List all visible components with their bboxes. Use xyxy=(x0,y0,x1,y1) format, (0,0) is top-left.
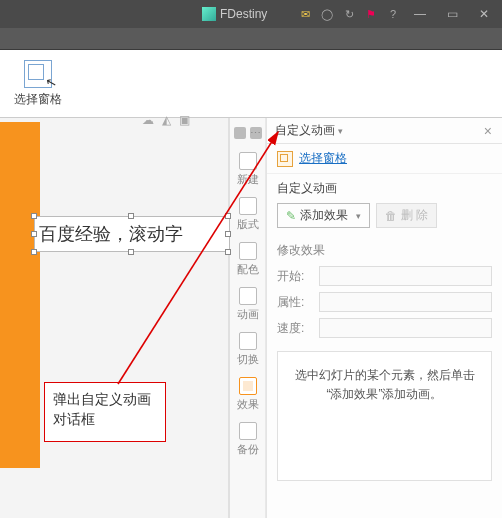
annotation-callout: 弹出自定义动画对话框 xyxy=(44,382,166,442)
resize-handle[interactable] xyxy=(31,231,37,237)
custom-animation-panel: 自定义动画 × 选择窗格 自定义动画 ✎添加效果 🗑删 除 修改效果 开始: 属… xyxy=(266,118,502,518)
close-button[interactable]: ✕ xyxy=(472,3,496,25)
property-label: 属性: xyxy=(277,294,313,311)
effect-icon xyxy=(239,377,257,395)
property-field[interactable] xyxy=(319,292,492,312)
start-label: 开始: xyxy=(277,268,313,285)
side-mini-icon[interactable] xyxy=(234,127,246,139)
slide-text-box[interactable]: 百度经验，滚动字 xyxy=(34,216,230,252)
titlebar: FDestiny ✉ ◯ ↻ ⚑ ? — ▭ ✕ xyxy=(0,0,502,28)
sync-icon[interactable]: ◯ xyxy=(320,7,334,21)
color-icon xyxy=(239,242,257,260)
resize-handle[interactable] xyxy=(31,249,37,255)
add-effect-button[interactable]: ✎添加效果 xyxy=(277,203,370,228)
side-mini-icon[interactable]: ⋯ xyxy=(250,127,262,139)
select-panes-icon: ↖ xyxy=(24,60,52,88)
speed-row: 速度: xyxy=(267,315,502,341)
resize-handle[interactable] xyxy=(128,249,134,255)
backup-icon xyxy=(239,422,257,440)
side-tab-color[interactable]: 配色 xyxy=(230,239,265,280)
minimize-button[interactable]: — xyxy=(408,3,432,25)
ribbon-tab-strip xyxy=(0,28,502,50)
transition-icon xyxy=(239,332,257,350)
refresh-icon[interactable]: ↻ xyxy=(342,7,356,21)
hint-box: 选中幻灯片的某个元素，然后单击“添加效果”添加动画。 xyxy=(277,351,492,481)
square-icon[interactable]: ▣ xyxy=(179,113,190,127)
animation-icon xyxy=(239,287,257,305)
hint-text: 选中幻灯片的某个元素，然后单击“添加效果”添加动画。 xyxy=(295,368,475,401)
trash-icon: 🗑 xyxy=(385,209,397,223)
triangle-icon[interactable]: ◭ xyxy=(162,113,171,127)
canvas-toolbar-icons: ☁ ◭ ▣ xyxy=(142,113,190,127)
speed-field[interactable] xyxy=(319,318,492,338)
panel-title[interactable]: 自定义动画 xyxy=(275,122,343,139)
mail-icon[interactable]: ✉ xyxy=(298,7,312,21)
app-title: FDestiny xyxy=(220,7,267,21)
cloud-icon[interactable]: ☁ xyxy=(142,113,154,127)
main-area: ☁ ◭ ▣ 百度经验，滚动字 弹出自定义动画对话框 ⋯ 新建 版式 配色 动画 … xyxy=(0,118,502,518)
side-tab-layout[interactable]: 版式 xyxy=(230,194,265,235)
resize-handle[interactable] xyxy=(128,213,134,219)
side-tab-effect[interactable]: 效果 xyxy=(230,374,265,415)
side-tab-label: 版式 xyxy=(237,217,259,232)
slide-canvas[interactable]: ☁ ◭ ▣ 百度经验，滚动字 弹出自定义动画对话框 xyxy=(0,118,230,518)
callout-text: 弹出自定义动画对话框 xyxy=(53,391,151,427)
help-icon[interactable]: ? xyxy=(386,7,400,21)
side-tab-label: 备份 xyxy=(237,442,259,457)
side-tab-label: 动画 xyxy=(237,307,259,322)
resize-handle[interactable] xyxy=(31,213,37,219)
side-tab-strip: ⋯ 新建 版式 配色 动画 切换 效果 备份 xyxy=(230,118,266,518)
select-panes-label: 选择窗格 xyxy=(14,91,62,108)
toolbar: ↖ 选择窗格 xyxy=(0,50,502,118)
slide-text: 百度经验，滚动字 xyxy=(39,222,183,246)
side-tab-label: 效果 xyxy=(237,397,259,412)
side-tab-label: 配色 xyxy=(237,262,259,277)
panel-select-panes-row: 选择窗格 xyxy=(267,144,502,174)
panel-close-button[interactable]: × xyxy=(480,121,496,141)
alert-icon[interactable]: ⚑ xyxy=(364,7,378,21)
panel-subtitle: 自定义动画 xyxy=(267,174,502,199)
resize-handle[interactable] xyxy=(225,231,231,237)
orange-shape[interactable] xyxy=(0,122,40,468)
speed-label: 速度: xyxy=(277,320,313,337)
panel-header: 自定义动画 × xyxy=(267,118,502,144)
side-tab-transition[interactable]: 切换 xyxy=(230,329,265,370)
side-tab-label: 新建 xyxy=(237,172,259,187)
side-tab-label: 切换 xyxy=(237,352,259,367)
side-tab-new[interactable]: 新建 xyxy=(230,149,265,190)
property-row: 属性: xyxy=(267,289,502,315)
maximize-button[interactable]: ▭ xyxy=(440,3,464,25)
select-panes-small-icon xyxy=(277,151,293,167)
modify-effect-title: 修改效果 xyxy=(267,236,502,263)
pencil-icon: ✎ xyxy=(286,209,296,223)
start-row: 开始: xyxy=(267,263,502,289)
start-field[interactable] xyxy=(319,266,492,286)
resize-handle[interactable] xyxy=(225,249,231,255)
add-effect-label: 添加效果 xyxy=(300,207,348,224)
app-logo-icon xyxy=(202,7,216,21)
delete-button: 🗑删 除 xyxy=(376,203,437,228)
side-tab-backup[interactable]: 备份 xyxy=(230,419,265,460)
layout-icon xyxy=(239,197,257,215)
side-tab-animation[interactable]: 动画 xyxy=(230,284,265,325)
select-panes-link[interactable]: 选择窗格 xyxy=(299,150,347,167)
resize-handle[interactable] xyxy=(225,213,231,219)
new-icon xyxy=(239,152,257,170)
select-panes-button[interactable]: ↖ 选择窗格 xyxy=(8,57,68,111)
delete-label: 删 除 xyxy=(401,207,428,224)
